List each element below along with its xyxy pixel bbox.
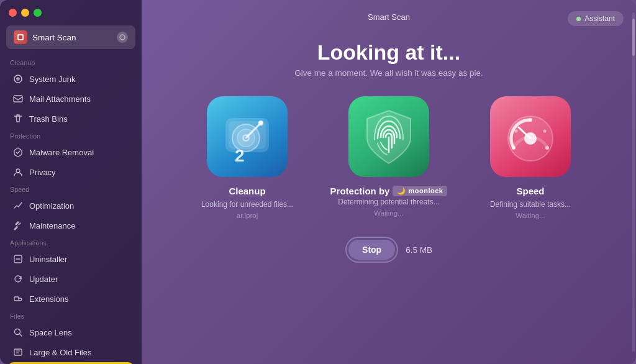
sidebar-item-maintenance[interactable]: Maintenance [4,216,138,235]
svg-point-26 [543,129,546,132]
smart-scan-badge [117,32,128,43]
cards-row: 2 Cleanup Looking for unreeded files... … [185,96,593,219]
large-files-icon [12,347,24,358]
trash-bins-label: Trash Bins [29,114,68,124]
trash-icon [12,113,24,124]
maximize-button[interactable] [34,9,42,17]
section-label-files: Files [0,309,142,322]
assistant-button[interactable]: Assistant [568,11,624,26]
stop-button-wrap: Stop [345,237,398,263]
header-bar: Smart Scan Assistant [142,6,636,28]
sidebar-item-system-junk[interactable]: System Junk [4,70,138,88]
header-title: Smart Scan [368,12,410,22]
svg-rect-7 [14,297,19,301]
protection-card-subtitle: Determining potential threats... [338,196,439,207]
right-scrollbar[interactable] [631,0,636,364]
section-label-cleanup: Cleanup [0,55,142,69]
card-cleanup: 2 Cleanup Looking for unreeded files... … [185,96,309,219]
cleanup-card-status: ar.lproj [237,212,258,219]
sidebar: Smart Scan Cleanup System Junk Mail Atta… [0,0,142,364]
sidebar-item-privacy[interactable]: Privacy [4,163,138,181]
speed-card-status: Waiting... [516,212,545,219]
sidebar-item-malware-removal[interactable]: Malware Removal [4,143,138,162]
smart-scan-icon [14,30,27,44]
section-label-applications: Applications [0,235,142,249]
stop-bar: Stop 6.5 MB [345,237,432,263]
svg-point-23 [512,146,516,150]
sidebar-item-extensions[interactable]: Extensions [4,289,138,308]
moonlock-brand: 🌙 moonlock [393,186,447,196]
svg-rect-9 [14,349,22,355]
protection-card-title: Protection by 🌙 moonlock [330,186,448,196]
card-speed: Speed Defining suitable tasks... Waiting… [468,96,593,219]
cleanup-card-title: Cleanup [229,186,265,196]
main-content: Smart Scan Assistant Looking at it... Gi… [142,0,636,364]
smart-scan-label: Smart Scan [32,33,76,42]
svg-text:2: 2 [235,146,245,165]
optimization-label: Optimization [29,201,74,211]
stop-button[interactable]: Stop [348,240,395,260]
mail-icon [12,93,24,104]
scrollbar-track [632,12,635,352]
sidebar-item-optimization[interactable]: Optimization [4,196,138,215]
sidebar-item-large-old-files[interactable]: Large & Old Files [4,343,138,362]
privacy-icon [12,166,24,178]
main-subtitle: Give me a moment. We all wish it was eas… [294,68,483,78]
svg-point-22 [529,118,532,122]
maintenance-label: Maintenance [29,221,75,230]
uninstaller-icon [12,253,24,265]
optimization-icon [12,200,24,211]
large-old-files-label: Large & Old Files [29,348,91,357]
app-window: Smart Scan Cleanup System Junk Mail Atta… [0,0,636,364]
main-title: Looking at it... [317,40,460,65]
mail-attachments-label: Mail Attachments [29,94,91,104]
svg-rect-4 [14,96,22,102]
maintenance-icon [12,220,24,231]
svg-point-25 [514,129,517,132]
sidebar-item-trash-bins[interactable]: Trash Bins [4,109,138,128]
privacy-label: Privacy [29,168,56,177]
card-protection: Protection by 🌙 moonlock Determining pot… [327,96,451,217]
updater-icon [12,273,24,284]
extensions-label: Extensions [29,294,69,304]
space-lens-label: Space Lens [29,328,72,337]
uninstaller-label: Uninstaller [29,255,67,264]
protection-card-icon [348,96,429,177]
close-button[interactable] [9,9,17,17]
sidebar-item-uninstaller[interactable]: Uninstaller [4,250,138,268]
section-label-protection: Protection [0,129,142,142]
minimize-button[interactable] [21,9,29,17]
extensions-icon [12,293,24,304]
speed-card-title: Speed [516,186,544,196]
window-controls [0,0,142,23]
svg-point-17 [258,121,263,125]
space-lens-icon [12,327,24,338]
cleanup-card-icon: 2 [207,96,288,177]
scrollbar-thumb [632,19,635,56]
section-label-speed: Speed [0,182,142,196]
system-junk-label: System Junk [29,75,75,84]
speed-card-subtitle: Defining suitable tasks... [490,199,571,210]
svg-point-2 [120,35,125,40]
assistant-label: Assistant [584,14,615,23]
sidebar-item-smart-scan[interactable]: Smart Scan [6,25,135,49]
svg-point-5 [16,169,20,173]
malware-icon [12,147,24,158]
speed-card-icon [490,96,571,177]
sidebar-item-space-lens[interactable]: Space Lens [4,323,138,342]
svg-point-24 [545,146,549,150]
malware-removal-label: Malware Removal [29,148,94,157]
assistant-status-dot [576,17,581,21]
sidebar-item-mail-attachments[interactable]: Mail Attachments [4,89,138,108]
sidebar-item-updater[interactable]: Updater [4,270,138,288]
updater-label: Updater [29,275,58,284]
cleanup-card-subtitle: Looking for unreeded files... [201,199,293,210]
svg-rect-1 [19,35,22,39]
system-junk-icon [12,73,24,84]
data-size-label: 6.5 MB [406,245,432,255]
protection-card-status: Waiting... [374,209,404,217]
